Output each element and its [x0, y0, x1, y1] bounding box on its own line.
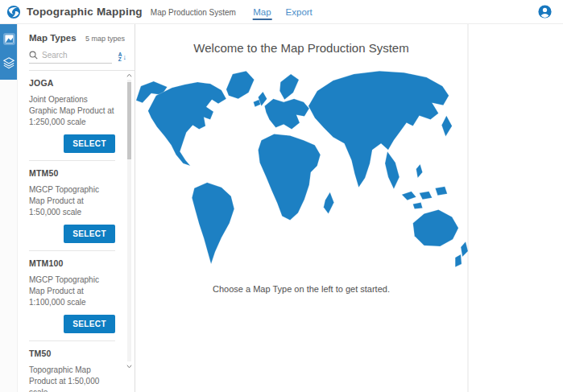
map-type-item: TM50 Topographic Map Product at 1:50,000… — [29, 341, 115, 392]
map-type-title: MTM50 — [29, 168, 115, 178]
map-type-title: MTM100 — [29, 258, 115, 268]
scroll-up-icon[interactable] — [126, 71, 132, 79]
basemap-tool-tile — [3, 33, 15, 45]
select-button[interactable]: SELECT — [64, 134, 115, 153]
welcome-heading: Welcome to the Map Production System — [193, 41, 408, 55]
map-type-item: JOGA Joint Operations Graphic Map Produc… — [29, 71, 115, 161]
map-type-item: MTM100 MGCP Topographic Map Product at 1… — [29, 251, 115, 341]
scroll-down-icon[interactable] — [126, 362, 132, 370]
map-type-button-row: SELECT — [29, 225, 115, 243]
main-tabs: Map Export — [252, 0, 313, 24]
map-type-description: Joint Operations Graphic Map Product at … — [29, 94, 115, 128]
search-input[interactable] — [42, 51, 106, 60]
map-types-panel: Map Types 5 map types AZ ↓ JOGA Joint Op… — [18, 24, 135, 392]
map-type-description: MGCP Topographic Map Product at 1:50,000… — [29, 184, 115, 218]
map-type-list: JOGA Joint Operations Graphic Map Produc… — [18, 71, 135, 392]
map-type-description: MGCP Topographic Map Product at 1:100,00… — [29, 274, 115, 308]
map-type-title: TM50 — [29, 349, 115, 358]
tool-strip — [0, 24, 18, 392]
app-subtitle: Map Production System — [151, 8, 236, 17]
sidebar-scrollbar — [126, 71, 132, 370]
map-type-item: MTM50 MGCP Topographic Map Product at 1:… — [29, 161, 115, 251]
right-empty-area — [469, 24, 563, 392]
map-type-description: Topographic Map Product at 1:50,000 scal… — [29, 365, 115, 392]
sort-az-descending-icon[interactable]: AZ ↓ — [118, 52, 126, 63]
map-type-title: JOGA — [29, 78, 115, 88]
tab-map[interactable]: Map — [252, 2, 271, 22]
scrollbar-thumb[interactable] — [127, 82, 131, 159]
search-row: AZ ↓ — [18, 46, 135, 64]
panel-title: Map Types — [29, 33, 77, 43]
globe-icon — [6, 5, 21, 19]
layers-tool-icon[interactable] — [0, 51, 18, 75]
app-body: Map Types 5 map types AZ ↓ JOGA Joint Op… — [0, 24, 563, 392]
basemap-tool-icon[interactable] — [0, 27, 18, 51]
tab-export[interactable]: Export — [285, 2, 313, 22]
welcome-panel: Welcome to the Map Production System — [135, 24, 469, 392]
map-types-header: Map Types 5 map types — [18, 24, 135, 46]
app-title: Topographic Mapping — [27, 6, 143, 18]
map-type-button-row: SELECT — [29, 315, 115, 333]
map-type-count: 5 map types — [85, 35, 125, 43]
app-header: Topographic Mapping Map Production Syste… — [0, 0, 563, 24]
search-field-wrap — [29, 51, 112, 64]
instruction-text: Choose a Map Type on the left to get sta… — [213, 284, 390, 294]
select-button[interactable]: SELECT — [64, 315, 115, 333]
map-type-button-row: SELECT — [29, 134, 115, 153]
select-button[interactable]: SELECT — [64, 225, 115, 243]
world-map-graphic — [132, 67, 470, 271]
user-avatar-icon[interactable] — [538, 5, 552, 19]
search-icon — [29, 51, 38, 60]
tool-strip-blue-section — [0, 24, 17, 80]
